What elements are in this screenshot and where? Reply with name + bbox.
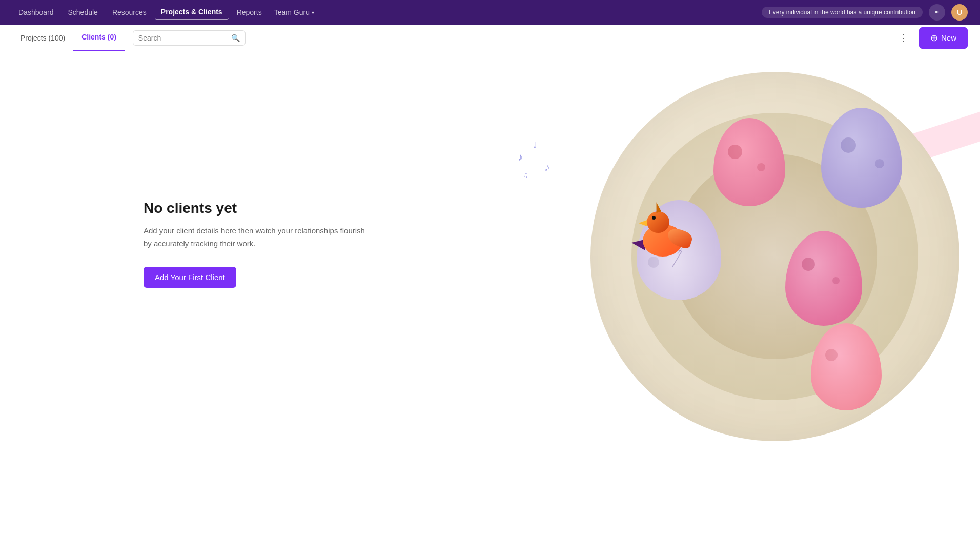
team-guru-label: Team Guru [274, 8, 310, 16]
page-title: No clients yet [144, 200, 369, 216]
tagline-badge: Every individual in the world has a uniq… [762, 7, 923, 18]
music-note-3: ♪ [544, 161, 550, 174]
more-options-button[interactable]: ⋮ [894, 30, 913, 46]
plus-icon: ⊕ [930, 32, 938, 44]
top-nav: Dashboard Schedule Resources Projects & … [0, 0, 980, 25]
search-input[interactable] [138, 34, 227, 42]
bird-beak [639, 220, 647, 226]
music-note-4: ♫ [523, 171, 528, 179]
bird [643, 225, 683, 257]
add-first-client-button[interactable]: Add Your First Client [144, 267, 236, 288]
nest-outer [590, 72, 959, 441]
bird-eye [652, 216, 656, 220]
tab-clients[interactable]: Clients (0) [73, 25, 125, 51]
team-guru-dropdown[interactable]: Team Guru ▾ [270, 5, 318, 19]
new-button-label: New [941, 33, 956, 42]
hatching-egg-group [637, 200, 721, 300]
music-note-1: ♪ [518, 151, 523, 163]
illustration-container: ♪ ♩ ♪ ♫ [478, 51, 980, 513]
avatar[interactable]: U [951, 4, 968, 21]
bird-head [647, 211, 669, 233]
page-description: Add your client details here then watch … [144, 225, 369, 250]
tab-projects[interactable]: Projects (100) [12, 25, 73, 51]
search-icon: 🔍 [231, 34, 240, 42]
chevron-down-icon: ▾ [312, 10, 314, 15]
empty-state-content: No clients yet Add your client details h… [144, 200, 369, 288]
nav-item-schedule[interactable]: Schedule [62, 5, 104, 19]
sub-nav: Projects (100) Clients (0) 🔍 ⋮ ⊕ New [0, 25, 980, 51]
bird-body [643, 225, 683, 257]
new-button[interactable]: ⊕ New [919, 27, 968, 49]
search-box: 🔍 [133, 30, 246, 46]
connections-icon[interactable]: ⚭ [929, 4, 945, 21]
music-note-2: ♩ [533, 140, 537, 150]
sub-nav-right: ⋮ ⊕ New [894, 27, 968, 49]
nav-item-projects-clients[interactable]: Projects & Clients [155, 5, 229, 20]
egg-purple-right [821, 108, 902, 208]
nav-right: Every individual in the world has a uniq… [762, 4, 968, 21]
nav-item-dashboard[interactable]: Dashboard [12, 5, 60, 19]
main-content: ♪ ♩ ♪ ♫ No clients yet Add your client d… [0, 51, 980, 552]
nav-item-reports[interactable]: Reports [231, 5, 268, 19]
nav-item-resources[interactable]: Resources [106, 5, 153, 19]
